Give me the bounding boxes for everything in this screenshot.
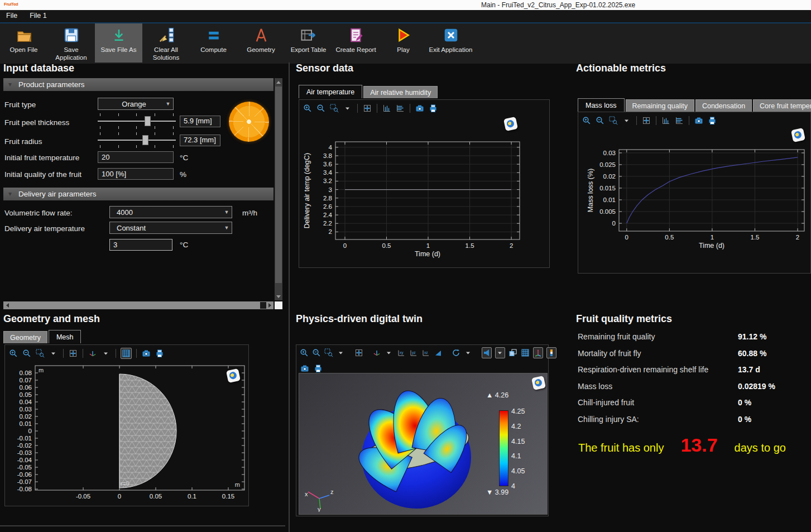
ylog-icon[interactable] <box>395 103 405 113</box>
initial-quality-input[interactable] <box>98 168 174 180</box>
camera-icon[interactable] <box>694 116 704 126</box>
zoom-box-icon[interactable] <box>329 103 339 113</box>
caret-icon[interactable] <box>343 103 353 113</box>
zoom-out-icon[interactable] <box>595 116 605 126</box>
svg-text:2.8: 2.8 <box>323 195 332 202</box>
extents-icon[interactable] <box>641 116 651 126</box>
slider-handle[interactable] <box>145 116 151 126</box>
extents-icon[interactable] <box>354 348 363 358</box>
caret-icon[interactable] <box>49 348 59 358</box>
view-xy-icon[interactable]: xy <box>397 348 406 358</box>
axes3d-icon[interactable] <box>533 347 543 358</box>
save-file-as-button[interactable]: Save File As <box>95 23 142 63</box>
zoom-in-icon[interactable] <box>300 348 309 358</box>
ylog-icon[interactable] <box>674 116 684 126</box>
scroll-left-button[interactable] <box>3 301 11 309</box>
fruit-radius-slider[interactable] <box>98 132 176 148</box>
zoom-box-icon[interactable] <box>324 348 333 358</box>
metrics-tab-remaining-quality[interactable]: Remaining quality <box>626 99 694 112</box>
fruit-type-dropdown[interactable]: Orange ▼ <box>98 98 174 110</box>
svg-text:0.05: 0.05 <box>20 391 32 398</box>
zoom-in-icon[interactable] <box>8 348 18 358</box>
delivery-air-parameters-header[interactable]: Delivery air parameters <box>3 188 273 200</box>
product-parameters-header[interactable]: Product parameters <box>3 78 273 91</box>
fruit-peel-thickness-slider[interactable] <box>98 113 176 129</box>
xlog-icon[interactable] <box>661 116 671 126</box>
fruit-peel-thickness-value[interactable]: 5.9 [mm] <box>180 116 220 127</box>
sensor-chart[interactable]: 00.511.5222.22.42.62.833.23.43.63.84Time… <box>299 116 549 266</box>
compute-button[interactable]: Compute <box>190 23 237 63</box>
initial-fruit-temperature-input[interactable] <box>98 151 174 163</box>
legend-icon[interactable] <box>546 347 556 358</box>
grid-icon[interactable] <box>121 348 132 359</box>
extents-icon[interactable] <box>68 348 78 358</box>
transp-icon[interactable] <box>508 348 517 358</box>
exit-application-button[interactable]: Exit Application <box>427 23 474 63</box>
camera-icon[interactable] <box>141 348 151 358</box>
input-horizontal-scrollbar[interactable] <box>3 301 273 309</box>
print-icon[interactable] <box>155 348 165 358</box>
rotate-icon[interactable] <box>452 348 460 358</box>
menu-item-file-1[interactable]: File 1 <box>23 10 53 20</box>
caret-icon[interactable] <box>495 347 505 358</box>
extents-icon[interactable] <box>362 103 372 113</box>
left-bottom-divider[interactable] <box>0 525 285 526</box>
metrics-tab-condensation[interactable]: Condensation <box>695 99 752 112</box>
scroll-down-button[interactable] <box>275 293 282 300</box>
caret-icon[interactable] <box>385 348 393 358</box>
view-yz-icon[interactable]: yz <box>409 348 418 358</box>
clear-all-solutions-button[interactable]: Clear All Solutions <box>142 23 190 63</box>
create-report-button[interactable]: Create Report <box>332 23 380 63</box>
print-icon[interactable] <box>707 116 717 126</box>
zoom-out-icon[interactable] <box>316 103 326 113</box>
zoom-box-icon[interactable] <box>608 116 618 126</box>
geometry-tab-geometry[interactable]: Geometry <box>3 331 47 343</box>
print-icon[interactable] <box>428 103 438 113</box>
triad-icon[interactable] <box>88 348 98 358</box>
delivery-air-temperature-dropdown[interactable]: Constant ▼ <box>109 222 232 234</box>
zoom-out-icon[interactable] <box>312 348 321 358</box>
delivery-air-temperature-value-input[interactable] <box>109 239 172 251</box>
volumetric-flow-rate-dropdown[interactable]: 4000 ▼ <box>109 206 232 218</box>
export-table-button[interactable]: Export Table <box>285 23 332 63</box>
camera-icon[interactable] <box>415 103 425 113</box>
fruit-radius-value[interactable]: 72.3 [mm] <box>180 135 220 146</box>
column-divider[interactable] <box>289 63 290 532</box>
light-icon[interactable] <box>482 347 492 358</box>
metrics-tab-mass-loss[interactable]: Mass loss <box>578 98 625 112</box>
camera-icon[interactable] <box>300 363 310 373</box>
sensor-tab-air-temperature[interactable]: Air temperature <box>299 85 362 98</box>
sensor-tab-air-relative-humidity[interactable]: Air relative humidity <box>363 86 438 98</box>
scrollbar-thumb[interactable] <box>275 87 282 283</box>
play-button[interactable]: Play <box>380 23 427 63</box>
massloss-chart[interactable]: 00.511.5200.0050.010.0150.020.0250.03Tim… <box>578 128 810 272</box>
mesh-plot[interactable]: r=0-0.0500.050.10.150.080.070.060.050.04… <box>5 362 248 506</box>
metrics-tab-core-fruit-temperature[interactable]: Core fruit temperature <box>753 99 811 112</box>
caret-icon[interactable] <box>622 116 632 126</box>
slider-handle[interactable] <box>142 135 148 145</box>
geometry-button[interactable]: Geometry <box>237 23 285 63</box>
metric-value: 13.7 d <box>738 365 760 374</box>
zoom-out-icon[interactable] <box>22 348 32 358</box>
grid-icon[interactable] <box>521 348 530 358</box>
caret-icon[interactable] <box>337 348 345 358</box>
scroll-right-button[interactable] <box>266 301 273 309</box>
triad-icon[interactable] <box>372 348 381 358</box>
massloss-plot-toolbar <box>578 112 810 129</box>
menu-item-file[interactable]: File <box>0 10 23 20</box>
twin-3d-view[interactable]: ▲ 4.26 4.254.24.154.14.054 ▼ 3.99 x y z <box>299 373 548 515</box>
view-xz-icon[interactable]: xz <box>421 348 430 358</box>
caret-icon[interactable] <box>464 348 473 358</box>
input-vertical-scrollbar[interactable] <box>275 78 282 300</box>
xlog-icon[interactable] <box>382 103 392 113</box>
caret-icon[interactable] <box>101 348 111 358</box>
zoom-box-icon[interactable] <box>35 348 45 358</box>
save-application-button[interactable]: Save Application <box>47 23 95 63</box>
scroll-up-button[interactable] <box>275 78 282 86</box>
zoom-in-icon[interactable] <box>582 116 592 126</box>
print-icon[interactable] <box>313 363 323 373</box>
persp-icon[interactable] <box>434 348 443 358</box>
geometry-tab-mesh[interactable]: Mesh <box>49 330 81 343</box>
open-file-button[interactable]: Open File <box>0 23 47 63</box>
zoom-in-icon[interactable] <box>303 103 313 113</box>
